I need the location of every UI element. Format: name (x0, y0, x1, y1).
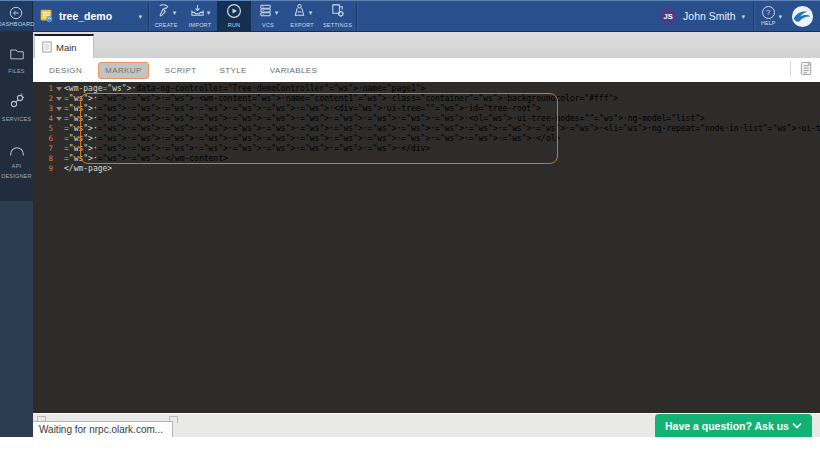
toolbar-button-label: SETTINGS (323, 22, 352, 28)
browser-status-tooltip: Waiting for nrpc.olark.com... (33, 421, 173, 437)
chevron-down-icon: ▾ (173, 9, 177, 16)
subtab-script[interactable]: SCRIPT (158, 62, 204, 79)
fold-marker[interactable] (53, 94, 64, 104)
sidebar-item-api-designer[interactable]: APIDESIGNER (0, 135, 33, 188)
subtab-variables[interactable]: VARIABLES (263, 62, 324, 79)
wavemaker-studio-window: DASHBOARD tree_demo ▾ ▾CREATE▾IMPORTRUN▾… (0, 0, 820, 461)
toolbar-button-create[interactable]: ▾CREATE (149, 1, 183, 31)
dashboard-button[interactable]: DASHBOARD (0, 1, 33, 31)
brand-logo (789, 1, 820, 31)
toolbar: ▾CREATE▾IMPORTRUN▾VCS▾EXPORTSETTINGS (149, 1, 356, 31)
sidebar-item-services[interactable]: SERVICES (0, 86, 33, 130)
code-line[interactable]: 4="ws">·="ws">·="ws">·="ws">·="ws">·="ws… (33, 114, 820, 124)
page-icon (42, 41, 52, 53)
line-number: 9 (33, 164, 53, 174)
user-name: John Smith (683, 10, 736, 22)
page-tab-strip: Main (33, 32, 820, 58)
toolbar-button-settings[interactable]: SETTINGS (319, 1, 356, 31)
toolbar-button-label: EXPORT (290, 22, 314, 28)
line-number: 7 (33, 144, 53, 154)
line-number: 1 (33, 84, 53, 94)
left-sidebar: FILESSERVICESAPIDESIGNER (0, 32, 33, 437)
user-menu[interactable]: JS John Smith ▾ (651, 1, 753, 31)
folder-icon (9, 47, 25, 65)
toolbar-button-label: RUN (228, 22, 241, 28)
export-icon (292, 3, 307, 22)
help-menu[interactable]: ? HELP ▾ (754, 1, 789, 31)
fold-marker (53, 164, 64, 174)
sidebar-item-label: FILES (8, 67, 24, 75)
chat-label: Have a question? Ask us (665, 420, 792, 432)
fold-marker[interactable] (53, 84, 64, 94)
chevron-down-icon: ▾ (207, 9, 211, 16)
tab-main[interactable]: Main (34, 34, 94, 58)
vcs-icon (258, 3, 273, 22)
chevron-down-icon: ▾ (778, 13, 782, 20)
dashboard-label: DASHBOARD (0, 21, 34, 27)
project-icon (39, 9, 54, 23)
code-line[interactable]: 1<wm-page="ws">·data-ng-controller="Tree… (33, 84, 820, 94)
chevron-down-icon: ▾ (742, 13, 746, 20)
code-text: </wm-page> (64, 164, 112, 174)
tab-main-label: Main (56, 42, 77, 53)
chevron-down-icon: ▾ (138, 13, 142, 20)
chat-widget-button[interactable]: Have a question? Ask us (655, 414, 812, 437)
back-circle-icon (9, 6, 23, 20)
toolbar-button-vcs[interactable]: ▾VCS (251, 1, 285, 31)
toolbar-button-import[interactable]: ▾IMPORT (183, 1, 217, 31)
fold-marker (53, 154, 64, 164)
code-text: ="ws">· (64, 114, 98, 124)
code-line[interactable]: 5="ws">·="ws">·="ws">·="ws">·="ws">·="ws… (33, 124, 820, 134)
format-document-icon[interactable] (799, 61, 814, 77)
topbar: DASHBOARD tree_demo ▾ ▾CREATE▾IMPORTRUN▾… (0, 0, 820, 32)
code-line[interactable]: 8="ws">·="ws">·="ws">·</wm-content> (33, 154, 820, 164)
code-lines: 1<wm-page="ws">·data-ng-controller="Tree… (33, 84, 820, 174)
sidebar-item-files[interactable]: FILES (0, 40, 33, 82)
code-text: ="ws">· (64, 94, 98, 104)
editor-mode-tabs: DESIGNMARKUPSCRIPTSTYLEVARIABLES (33, 58, 820, 82)
arc-icon (8, 142, 26, 160)
run-icon (226, 3, 242, 23)
hammer-icon (156, 3, 171, 22)
status-text: Waiting for nrpc.olark.com... (39, 424, 163, 435)
fold-marker (53, 134, 64, 144)
code-line[interactable]: 2="ws">·="ws">·="ws">·="ws">·<wm-content… (33, 94, 820, 104)
code-line[interactable]: 9</wm-page> (33, 164, 820, 174)
subtab-markup[interactable]: MARKUP (98, 62, 149, 79)
code-text: ="ws">· (64, 134, 98, 144)
subtab-separator (790, 61, 791, 77)
fold-marker (53, 144, 64, 154)
sidebar-item-label: SERVICES (2, 115, 31, 123)
toolbar-button-label: VCS (262, 22, 274, 28)
subtab-design[interactable]: DESIGN (42, 62, 89, 79)
markup-code-editor[interactable]: 1<wm-page="ws">·data-ng-controller="Tree… (33, 82, 820, 413)
fold-marker (53, 124, 64, 134)
sidebar-item-label: API (12, 162, 21, 170)
line-number: 5 (33, 124, 53, 134)
help-icon: ? (762, 6, 775, 19)
toolbar-button-label: IMPORT (189, 22, 212, 28)
chevron-down-icon: ▾ (275, 9, 279, 16)
code-line[interactable]: 7="ws">·="ws">·="ws">·="ws">·="ws">·="ws… (33, 144, 820, 154)
code-text: ="ws">· (64, 104, 98, 114)
sidebar-item-label: DESIGNER (1, 172, 31, 180)
settings-icon (330, 3, 345, 22)
line-number: 4 (33, 114, 53, 124)
line-number: 3 (33, 104, 53, 114)
toolbar-button-export[interactable]: ▾EXPORT (285, 1, 319, 31)
code-line[interactable]: 3="ws">·="ws">·="ws">·="ws">·="ws">·="ws… (33, 104, 820, 114)
code-text: ="ws">· (64, 154, 98, 164)
subtab-style[interactable]: STYLE (212, 62, 253, 79)
fold-marker[interactable] (53, 114, 64, 124)
avatar: JS (659, 7, 677, 25)
toolbar-button-run[interactable]: RUN (217, 1, 251, 31)
project-selector[interactable]: tree_demo ▾ (33, 1, 148, 31)
footer-bar: Waiting for nrpc.olark.com... Have a que… (33, 413, 820, 437)
link-icon (9, 93, 25, 113)
code-line[interactable]: 6="ws">·="ws">·="ws">·="ws">·="ws">·="ws… (33, 134, 820, 144)
sidebar-items: FILESSERVICESAPIDESIGNER (0, 32, 33, 201)
fold-marker[interactable] (53, 104, 64, 114)
line-number: 2 (33, 94, 53, 104)
toolbar-button-label: CREATE (154, 22, 177, 28)
code-text: ="ws">· (64, 144, 98, 154)
